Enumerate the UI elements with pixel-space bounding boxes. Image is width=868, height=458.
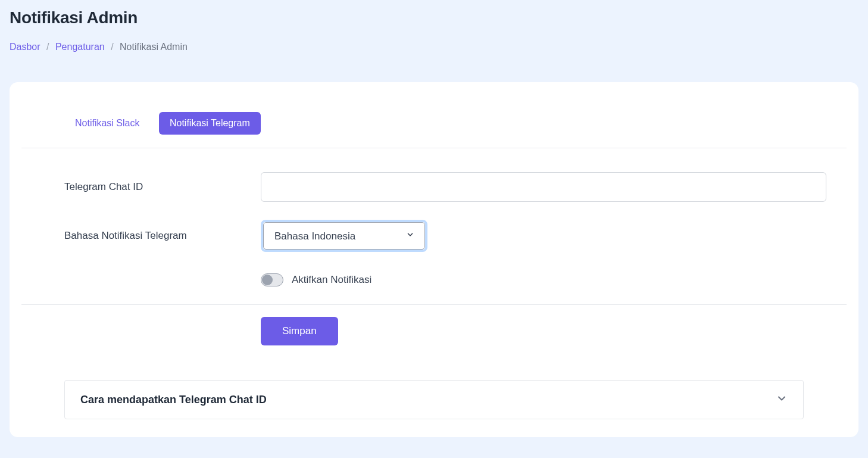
breadcrumb-link-dasbor[interactable]: Dasbor bbox=[10, 42, 40, 52]
breadcrumb-current: Notifikasi Admin bbox=[120, 42, 188, 52]
settings-card: Notifikasi Slack Notifikasi Telegram Tel… bbox=[10, 82, 858, 437]
help-accordion-header[interactable]: Cara mendapatkan Telegram Chat ID bbox=[65, 381, 803, 419]
tab-slack-notifications[interactable]: Notifikasi Slack bbox=[64, 112, 150, 135]
breadcrumb: Dasbor / Pengaturan / Notifikasi Admin bbox=[10, 42, 858, 52]
help-accordion: Cara mendapatkan Telegram Chat ID bbox=[64, 380, 804, 419]
toggle-knob bbox=[262, 275, 273, 285]
telegram-form: Telegram Chat ID Bahasa Notifikasi Teleg… bbox=[21, 172, 847, 305]
page-title: Notifikasi Admin bbox=[10, 8, 858, 27]
tab-telegram-notifications[interactable]: Notifikasi Telegram bbox=[159, 112, 261, 135]
breadcrumb-link-pengaturan[interactable]: Pengaturan bbox=[55, 42, 105, 52]
telegram-language-select[interactable]: Bahasa Indonesia bbox=[263, 222, 425, 250]
breadcrumb-separator: / bbox=[111, 42, 113, 52]
enable-notifications-toggle[interactable] bbox=[261, 273, 283, 286]
chevron-down-icon bbox=[776, 392, 788, 407]
telegram-language-label: Bahasa Notifikasi Telegram bbox=[64, 230, 261, 242]
help-accordion-title: Cara mendapatkan Telegram Chat ID bbox=[80, 394, 267, 406]
telegram-chat-id-label: Telegram Chat ID bbox=[64, 181, 261, 193]
enable-notifications-label: Aktifkan Notifikasi bbox=[292, 274, 371, 286]
tabs: Notifikasi Slack Notifikasi Telegram bbox=[21, 112, 847, 148]
telegram-chat-id-input[interactable] bbox=[261, 172, 826, 202]
breadcrumb-separator: / bbox=[46, 42, 49, 52]
save-button[interactable]: Simpan bbox=[261, 317, 338, 345]
